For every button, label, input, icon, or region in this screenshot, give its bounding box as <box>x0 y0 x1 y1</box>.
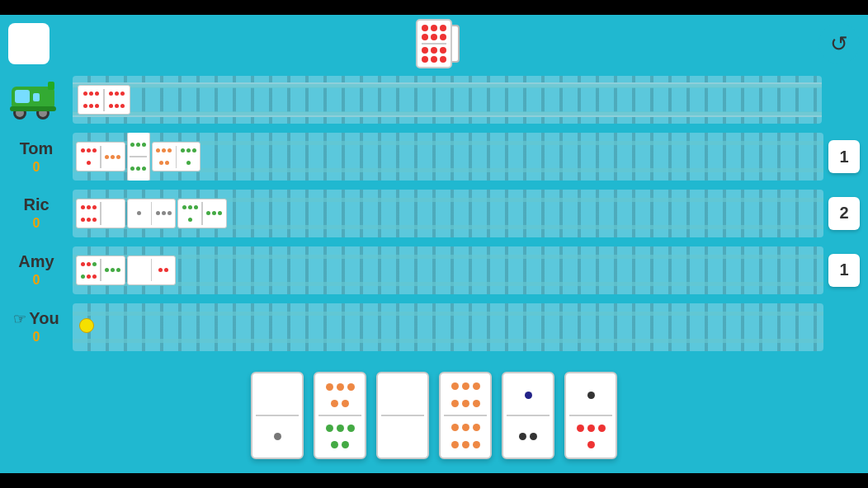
player-row-amy: Amy 0 <box>0 242 860 298</box>
player-name-amy: Amy <box>18 252 54 271</box>
hand-domino-3[interactable] <box>376 372 429 459</box>
home-button[interactable] <box>8 23 50 64</box>
top-bar: 6 <box>0 15 868 73</box>
train-row <box>0 73 860 128</box>
tom-track[interactable] <box>73 133 823 181</box>
svg-rect-4 <box>33 93 40 101</box>
train-track <box>73 76 822 124</box>
game-area: 6 <box>0 15 868 473</box>
hand-domino-1[interactable] <box>251 372 304 459</box>
player-name-ric: Ric <box>23 195 49 214</box>
refresh-button[interactable]: ↺ <box>818 23 860 64</box>
player-name-tom: Tom <box>20 139 54 158</box>
you-arrow: ☞ <box>13 310 26 328</box>
you-marker <box>79 318 94 333</box>
tom-badge: 1 <box>828 140 860 173</box>
ric-badge: 2 <box>828 197 860 230</box>
players-area: Tom 0 <box>0 73 868 358</box>
train-icon <box>8 77 64 123</box>
ric-track[interactable] <box>73 190 823 237</box>
svg-rect-3 <box>15 90 30 103</box>
svg-rect-9 <box>10 106 56 111</box>
you-track[interactable] <box>73 303 823 351</box>
svg-rect-10 <box>48 82 54 90</box>
center-domino <box>416 19 452 68</box>
player-row-you: ☞ You 0 <box>0 299 860 354</box>
hand-area <box>0 358 868 473</box>
hand-domino-5[interactable] <box>502 372 554 459</box>
hand-domino-2[interactable] <box>314 372 366 459</box>
player-name-you: You <box>29 309 59 328</box>
player-row-ric: Ric 0 <box>0 186 860 242</box>
hand-domino-4[interactable] <box>439 372 492 459</box>
amy-badge: 1 <box>828 254 860 287</box>
hand-domino-6[interactable] <box>564 372 617 459</box>
player-score-amy: 0 <box>33 273 40 288</box>
amy-track[interactable] <box>73 246 823 294</box>
player-score-you: 0 <box>33 330 40 345</box>
player-score-ric: 0 <box>33 216 40 231</box>
player-score-tom: 0 <box>33 160 40 175</box>
player-row-tom: Tom 0 <box>0 129 860 185</box>
